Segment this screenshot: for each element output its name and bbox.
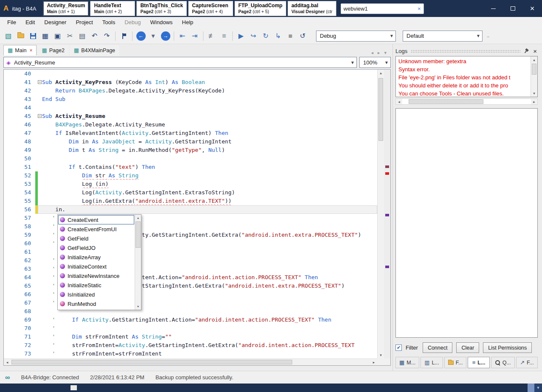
search-input[interactable]: [344, 6, 418, 12]
autocomplete-item[interactable]: InitializeStatic: [58, 280, 134, 290]
scrollbar-thumb[interactable]: [409, 99, 483, 104]
menu-debug[interactable]: Debug: [120, 17, 145, 28]
log-vertical-scrollbar[interactable]: ▴ ▾: [531, 56, 537, 97]
panel-tab-libraries[interactable]: ▥L...: [421, 357, 443, 368]
scroll-up-icon[interactable]: ▴: [531, 56, 537, 63]
module-tab[interactable]: FTP_UploadCompPage2 (ctrl + 5): [234, 1, 286, 16]
code-line[interactable]: 54 Log(Activity.GetStartingIntent.Extras…: [4, 188, 377, 197]
list-permissions-button[interactable]: List Permissions: [483, 342, 532, 353]
taskbar-item[interactable]: [71, 385, 77, 390]
undo-button[interactable]: ↶: [89, 30, 100, 42]
code-line[interactable]: 56 in.: [4, 205, 377, 214]
scroll-left-icon[interactable]: ◂: [396, 99, 402, 104]
autocomplete-item[interactable]: InitializeContext: [58, 262, 134, 271]
error-mark[interactable]: [385, 172, 389, 175]
code-line[interactable]: 48 Dim in As JavaObject = Activity.GetSt…: [4, 137, 377, 146]
error-mark[interactable]: [385, 165, 389, 168]
autocomplete-scrollbar[interactable]: ▴ ▾: [135, 215, 141, 310]
menu-help[interactable]: Help: [177, 17, 198, 28]
menu-designer[interactable]: Designer: [40, 17, 71, 28]
tab-page2[interactable]: ▦Page2: [37, 45, 68, 56]
code-line[interactable]: 73 ' strFromIntent=strFromIntent: [4, 350, 377, 358]
uncomment-button[interactable]: ≡: [218, 30, 230, 42]
scrollbar-thumb[interactable]: [136, 221, 141, 248]
build-config-select[interactable]: Default ▼: [403, 31, 483, 42]
redo-button[interactable]: ↷: [101, 30, 113, 42]
clear-button[interactable]: Clear: [456, 342, 479, 353]
close-button[interactable]: ×: [522, 0, 542, 17]
scrollbar-track[interactable]: [402, 99, 531, 104]
tab-main[interactable]: ▦Main×: [3, 45, 37, 56]
panel-tab-logs[interactable]: ≡L...: [468, 357, 489, 368]
tab-scroll-left-icon[interactable]: ◂: [371, 50, 373, 56]
step-over-button[interactable]: ↻: [260, 30, 271, 42]
code-line[interactable]: 51 If t.Contains("text") Then: [4, 163, 377, 171]
log-output-box[interactable]: Unknown member: getextraSyntax error.Fil…: [395, 56, 538, 97]
code-line[interactable]: 52 Dim str As String: [4, 171, 377, 180]
debug-mode-select[interactable]: Debug ▼: [316, 31, 396, 42]
run-button[interactable]: ▶: [235, 30, 247, 42]
code-line[interactable]: 46 B4XPages.Delegate.Activity_Resume: [4, 120, 377, 129]
navigate-back-caret-button[interactable]: ▾: [147, 30, 159, 42]
module-tab[interactable]: HandleTextMain (ctrl + 2): [90, 1, 135, 16]
step-into-button[interactable]: ↳: [272, 30, 284, 42]
pin-icon[interactable]: [522, 47, 530, 55]
connect-button[interactable]: Connect: [423, 342, 453, 353]
editor-vertical-scrollbar[interactable]: ▴ ▾: [377, 70, 384, 358]
designer-window-button[interactable]: ▣: [52, 30, 63, 42]
module-tab[interactable]: Activity_ResumMain (ctrl + 1): [43, 1, 89, 16]
autocomplete-item[interactable]: CreateEventFromUI: [58, 224, 134, 234]
scroll-down-icon[interactable]: ▾: [135, 303, 141, 310]
find-button[interactable]: ▦: [40, 30, 51, 42]
scrollbar-thumb[interactable]: [528, 384, 534, 392]
navigate-back-button[interactable]: ←: [135, 30, 147, 42]
resume-button[interactable]: ↪: [248, 30, 259, 42]
outdent-button[interactable]: ⇤: [177, 30, 188, 42]
panel-tab-modules[interactable]: ▦M...: [395, 357, 419, 368]
log-detail-area[interactable]: [395, 108, 538, 338]
code-line[interactable]: 50: [4, 154, 377, 163]
filter-checkbox[interactable]: ✔: [395, 344, 402, 351]
panel-grip[interactable]: [411, 50, 520, 53]
code-line[interactable]: 43End Sub: [4, 95, 377, 104]
error-mark[interactable]: [385, 214, 389, 216]
maximize-button[interactable]: [503, 0, 522, 17]
toolbar-overflow-icon[interactable]: ₌: [487, 33, 489, 39]
scroll-up-icon[interactable]: ▴: [135, 215, 141, 221]
scrollbar-thumb[interactable]: [378, 78, 383, 141]
code-line[interactable]: 71 ' Dim strFromIntent As String="": [4, 333, 377, 341]
fold-toggle-icon[interactable]: −: [38, 114, 42, 118]
navigate-forward-button[interactable]: →: [160, 30, 171, 42]
bookmark-button[interactable]: [118, 30, 130, 42]
new-module-button[interactable]: ▧: [3, 30, 14, 42]
code-line[interactable]: 45−Sub Activity_Resume: [4, 112, 377, 120]
module-tab[interactable]: CaptureScreenPage2 (ctrl + 4): [188, 1, 233, 16]
module-tab[interactable]: BtnTagThis_ClickPage2 (ctrl + 3): [136, 1, 186, 16]
code-line[interactable]: 44: [4, 104, 377, 112]
close-panel-icon[interactable]: ×: [533, 48, 537, 54]
code-line[interactable]: 70 ': [4, 324, 377, 333]
menu-windows[interactable]: Windows: [146, 17, 178, 28]
panel-tab-find-references[interactable]: ↗F...: [516, 357, 538, 368]
clear-search-icon[interactable]: ×: [418, 6, 421, 12]
menu-file[interactable]: File: [3, 17, 21, 28]
minimize-button[interactable]: [483, 0, 503, 17]
scroll-right-icon[interactable]: ▸: [531, 99, 537, 104]
autocomplete-item[interactable]: GetFieldJO: [58, 243, 134, 252]
restart-button[interactable]: ↺: [297, 30, 308, 42]
tab-b4xmainpage[interactable]: ▦B4XMainPage: [70, 45, 119, 56]
autocomplete-item[interactable]: CreateEvent: [58, 215, 134, 224]
autocomplete-item[interactable]: InitializeArray: [58, 252, 134, 262]
cut-button[interactable]: ✂: [64, 30, 76, 42]
zoom-select[interactable]: 100% ▼: [359, 57, 391, 68]
code-line[interactable]: 69 ' If Activity.GetStartingIntent.Actio…: [4, 316, 377, 324]
code-line[interactable]: 41−Sub Activity_KeyPress (KeyCode As Int…: [4, 78, 377, 87]
scroll-down-icon[interactable]: ▾: [531, 90, 537, 97]
scroll-down-icon[interactable]: ▼: [534, 384, 542, 392]
scroll-right-icon[interactable]: ▸: [370, 359, 377, 365]
menu-tools[interactable]: Tools: [98, 17, 120, 28]
code-line[interactable]: 53 Log (in): [4, 180, 377, 188]
save-button[interactable]: [27, 30, 39, 42]
scrollbar-thumb[interactable]: [11, 360, 292, 364]
autocomplete-item[interactable]: IsInitialized: [58, 290, 134, 299]
